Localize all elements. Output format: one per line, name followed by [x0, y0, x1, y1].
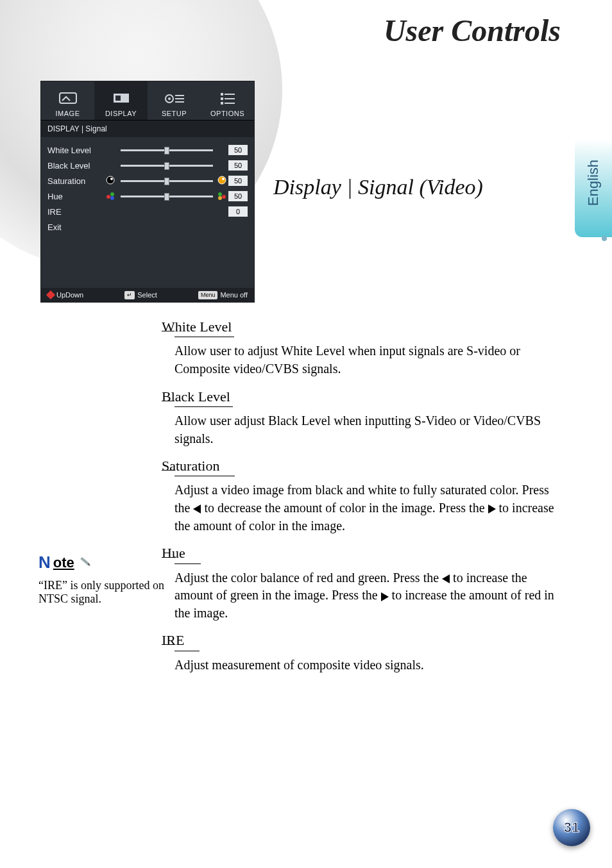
image-icon — [57, 90, 79, 107]
osd-row-label: IRE — [47, 207, 105, 217]
pencil-icon — [73, 551, 95, 574]
note-label: Note — [38, 553, 167, 572]
body-black-level: Allow user adjust Black Level when input… — [174, 412, 559, 447]
svg-point-22 — [222, 195, 226, 199]
svg-point-4 — [168, 97, 171, 100]
svg-point-17 — [222, 178, 225, 180]
right-arrow-icon — [381, 592, 389, 601]
body-white-level: Allow user to adjust White Level when in… — [174, 342, 559, 378]
heading-ire: IRE — [174, 631, 200, 651]
heading-black-level: Black Level — [174, 387, 233, 407]
osd-row-hue[interactable]: Hue 50 — [47, 188, 248, 204]
body-saturation: Adjust a video image from black and whit… — [174, 481, 559, 535]
hue-right-icon — [217, 190, 228, 203]
osd-row-label: Exit — [47, 222, 105, 232]
osd-row-exit[interactable]: Exit — [47, 219, 248, 235]
svg-rect-11 — [225, 98, 235, 99]
display-icon — [110, 90, 132, 107]
osd-row-value: 50 — [228, 145, 248, 155]
saturation-high-icon — [217, 175, 228, 187]
osd-row-value: 50 — [228, 160, 248, 171]
osd-row-ire[interactable]: IRE 0 — [47, 204, 248, 219]
svg-point-15 — [110, 178, 113, 180]
slider[interactable] — [121, 193, 213, 199]
svg-rect-9 — [225, 94, 235, 95]
menu-key-label: Menu — [198, 291, 218, 299]
osd-tab-setup[interactable]: SETUP — [148, 81, 201, 120]
language-label: English — [585, 160, 602, 206]
note-box: Note “IRE” is only supported on NTSC sig… — [38, 553, 167, 606]
content-body: White Level Allow user to adjust White L… — [174, 317, 559, 683]
svg-point-14 — [106, 176, 114, 184]
saturation-low-icon — [105, 175, 117, 187]
left-arrow-icon — [193, 505, 201, 513]
svg-rect-6 — [175, 98, 184, 99]
osd-footer: UpDown ↵ Select Menu Menu off — [41, 288, 254, 302]
lang-dot-icon — [602, 236, 607, 241]
osd-row-saturation[interactable]: Saturation 50 — [47, 173, 248, 188]
right-arrow-icon — [488, 505, 496, 513]
osd-menu: IMAGE DISPLAY SETUP OPTIONS DISPLAY | Si… — [40, 81, 255, 303]
menu-off-hint: Menu Menu off — [198, 291, 248, 299]
section-subheader: Display | Signal (Video) — [273, 175, 483, 199]
heading-saturation: Saturation — [174, 456, 235, 476]
osd-tab-label: SETUP — [162, 110, 187, 117]
svg-point-20 — [110, 196, 114, 200]
hue-left-icon — [105, 190, 117, 203]
osd-row-value: 50 — [228, 191, 248, 201]
setup-icon — [164, 90, 185, 107]
svg-rect-5 — [175, 95, 184, 96]
svg-point-21 — [218, 192, 222, 196]
osd-row-label: Black Level — [47, 161, 105, 171]
osd-row-value: 50 — [228, 176, 248, 186]
enter-key-icon: ↵ — [124, 291, 135, 299]
osd-tab-image[interactable]: IMAGE — [41, 81, 94, 120]
osd-tab-options[interactable]: OPTIONS — [201, 81, 254, 120]
osd-row-label: Saturation — [47, 176, 105, 186]
svg-point-23 — [218, 196, 222, 200]
svg-rect-2 — [115, 96, 121, 101]
osd-row-value: 0 — [228, 206, 248, 217]
heading-hue: Hue — [174, 544, 201, 563]
body-hue: Adjust the color balance of red and gree… — [174, 569, 559, 622]
osd-rows: White Level 50 Black Level 50 Saturation… — [41, 137, 254, 235]
language-tab: English — [575, 128, 612, 237]
osd-row-black-level[interactable]: Black Level 50 — [47, 158, 248, 173]
osd-breadcrumb: DISPLAY | Signal — [41, 121, 254, 137]
osd-row-label: Hue — [47, 192, 105, 201]
svg-rect-24 — [80, 557, 89, 565]
svg-rect-7 — [175, 101, 184, 103]
diamond-icon — [46, 290, 55, 299]
osd-tab-label: OPTIONS — [210, 110, 244, 117]
osd-row-label: White Level — [47, 146, 105, 155]
svg-point-16 — [218, 176, 226, 184]
svg-rect-12 — [221, 102, 223, 104]
options-icon — [217, 90, 239, 107]
svg-point-18 — [106, 195, 110, 199]
osd-tab-label: IMAGE — [56, 110, 80, 117]
svg-point-19 — [110, 192, 114, 196]
slider[interactable] — [121, 147, 213, 153]
svg-rect-10 — [221, 97, 223, 100]
page-number-badge: 31 — [553, 809, 590, 846]
slider[interactable] — [121, 178, 213, 184]
osd-tab-label: DISPLAY — [105, 110, 137, 117]
osd-row-white-level[interactable]: White Level 50 — [47, 142, 248, 158]
left-arrow-icon — [442, 574, 450, 583]
body-ire: Adjust measurement of composite video si… — [174, 656, 559, 674]
note-text: “IRE” is only supported on NTSC signal. — [38, 579, 167, 606]
page-title: User Controls — [384, 13, 561, 48]
select-hint: ↵ Select — [124, 291, 157, 299]
svg-rect-8 — [221, 93, 223, 96]
slider[interactable] — [121, 162, 213, 169]
updown-hint: UpDown — [47, 291, 83, 299]
osd-tabs: IMAGE DISPLAY SETUP OPTIONS — [41, 81, 254, 121]
svg-rect-13 — [225, 103, 235, 104]
osd-tab-display[interactable]: DISPLAY — [94, 81, 148, 120]
heading-white-level: White Level — [174, 317, 234, 337]
